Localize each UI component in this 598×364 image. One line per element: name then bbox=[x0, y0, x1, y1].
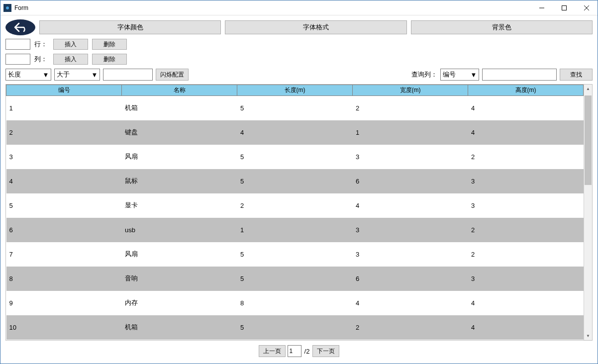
table-cell: 3 bbox=[468, 169, 584, 193]
prev-page-button[interactable]: 上一页 bbox=[259, 345, 286, 357]
query-column-select[interactable]: 编号 ▼ bbox=[440, 69, 479, 81]
table-cell: 5 bbox=[237, 96, 353, 120]
chevron-down-icon: ▼ bbox=[42, 69, 50, 80]
table-cell: 5 bbox=[237, 145, 353, 169]
table-cell: 8 bbox=[6, 267, 122, 291]
table-cell: 6 bbox=[353, 169, 468, 193]
scroll-down-arrow-icon[interactable]: ▼ bbox=[584, 332, 592, 340]
chevron-down-icon: ▼ bbox=[470, 69, 478, 80]
table-cell: 3 bbox=[468, 193, 584, 218]
back-button[interactable] bbox=[5, 19, 35, 35]
next-page-button[interactable]: 下一页 bbox=[312, 345, 339, 357]
table-cell: 2 bbox=[353, 315, 468, 340]
app-icon bbox=[3, 4, 11, 12]
table-cell: 4 bbox=[468, 96, 584, 120]
table-cell: 2 bbox=[468, 145, 584, 169]
row-insert-button[interactable]: 插入 bbox=[53, 39, 88, 50]
table-row[interactable]: 5显卡243 bbox=[6, 193, 584, 218]
table-cell: 3 bbox=[353, 145, 468, 169]
table-cell: 键盘 bbox=[122, 120, 237, 145]
table-cell: 3 bbox=[353, 242, 468, 267]
table-row[interactable]: 3风扇532 bbox=[6, 145, 584, 169]
column-header[interactable]: 宽度(m) bbox=[353, 85, 468, 96]
table-row[interactable]: 7风扇532 bbox=[6, 242, 584, 267]
titlebar: Form bbox=[0, 0, 598, 15]
svg-point-0 bbox=[6, 6, 9, 9]
query-column-value: 编号 bbox=[443, 70, 456, 79]
table-cell: 2 bbox=[6, 120, 122, 145]
bg-color-button[interactable]: 背景色 bbox=[411, 20, 593, 34]
table-cell: 5 bbox=[6, 193, 122, 218]
table-cell: 5 bbox=[237, 169, 353, 193]
table-cell: 机箱 bbox=[122, 315, 237, 340]
blink-config-button[interactable]: 闪烁配置 bbox=[156, 69, 189, 81]
table-cell: 音响 bbox=[122, 267, 237, 291]
table-cell: 风扇 bbox=[122, 242, 237, 267]
table-cell: 5 bbox=[237, 315, 353, 340]
table-cell: 2 bbox=[468, 218, 584, 242]
table-row[interactable]: 10机箱524 bbox=[6, 315, 584, 340]
font-format-button[interactable]: 字体格式 bbox=[225, 20, 406, 34]
row-delete-button[interactable]: 删除 bbox=[92, 39, 127, 50]
filter-field-select[interactable]: 长度 ▼ bbox=[5, 69, 51, 81]
filter-op-value: 大于 bbox=[57, 70, 70, 79]
filter-value-input[interactable] bbox=[103, 69, 153, 81]
window-title: Form bbox=[14, 4, 28, 11]
scroll-up-arrow-icon[interactable]: ▲ bbox=[584, 85, 592, 93]
table-cell: 4 bbox=[353, 291, 468, 315]
table-cell: 2 bbox=[237, 193, 353, 218]
table-cell: 4 bbox=[468, 291, 584, 315]
query-column-label: 查询列： bbox=[411, 70, 437, 79]
page-number-input[interactable] bbox=[288, 345, 301, 357]
table-row[interactable]: 1机箱524 bbox=[6, 96, 584, 120]
table-cell: 3 bbox=[468, 267, 584, 291]
table-cell: 1 bbox=[353, 120, 468, 145]
column-header[interactable]: 高度(m) bbox=[468, 85, 584, 96]
table-cell: 鼠标 bbox=[122, 169, 237, 193]
row-number-input[interactable] bbox=[5, 39, 30, 50]
pager: 上一页 /2 下一页 bbox=[5, 344, 593, 359]
maximize-button[interactable] bbox=[553, 0, 575, 15]
table-cell: 2 bbox=[353, 96, 468, 120]
column-header[interactable]: 编号 bbox=[6, 85, 122, 96]
table-cell: 4 bbox=[237, 120, 353, 145]
table-row[interactable]: 2键盘414 bbox=[6, 120, 584, 145]
table-cell: usb bbox=[122, 218, 237, 242]
table-cell: 7 bbox=[6, 242, 122, 267]
table-cell: 3 bbox=[353, 218, 468, 242]
column-header[interactable]: 长度(m) bbox=[237, 85, 353, 96]
table-cell: 1 bbox=[6, 96, 122, 120]
table-row[interactable]: 4鼠标563 bbox=[6, 169, 584, 193]
filter-op-select[interactable]: 大于 ▼ bbox=[54, 69, 100, 81]
col-insert-button[interactable]: 插入 bbox=[53, 54, 88, 65]
table-cell: 4 bbox=[468, 315, 584, 340]
column-header[interactable]: 名称 bbox=[122, 85, 237, 96]
close-button[interactable] bbox=[575, 0, 598, 15]
table-cell: 显卡 bbox=[122, 193, 237, 218]
find-button[interactable]: 查找 bbox=[560, 69, 593, 81]
row-label: 行： bbox=[34, 40, 49, 49]
table-cell: 5 bbox=[237, 267, 353, 291]
back-arrow-icon bbox=[14, 22, 27, 32]
svg-rect-2 bbox=[562, 5, 566, 10]
font-color-button[interactable]: 字体颜色 bbox=[39, 20, 221, 34]
table-row[interactable]: 6usb132 bbox=[6, 218, 584, 242]
col-number-input[interactable] bbox=[5, 54, 30, 65]
table-cell: 6 bbox=[353, 267, 468, 291]
table-cell: 4 bbox=[468, 120, 584, 145]
page-total-label: /2 bbox=[303, 348, 311, 355]
table-cell: 4 bbox=[353, 193, 468, 218]
table-cell: 2 bbox=[468, 242, 584, 267]
table-cell: 3 bbox=[6, 145, 122, 169]
scrollbar-thumb[interactable] bbox=[585, 95, 592, 185]
table-cell: 4 bbox=[6, 169, 122, 193]
table-row[interactable]: 8音响563 bbox=[6, 267, 584, 291]
minimize-button[interactable] bbox=[530, 0, 553, 15]
table-row[interactable]: 9内存844 bbox=[6, 291, 584, 315]
table-cell: 8 bbox=[237, 291, 353, 315]
query-value-input[interactable] bbox=[482, 69, 557, 81]
table-cell: 机箱 bbox=[122, 96, 237, 120]
vertical-scrollbar[interactable]: ▲ ▼ bbox=[584, 85, 592, 340]
table-cell: 9 bbox=[6, 291, 122, 315]
col-delete-button[interactable]: 删除 bbox=[92, 54, 127, 65]
